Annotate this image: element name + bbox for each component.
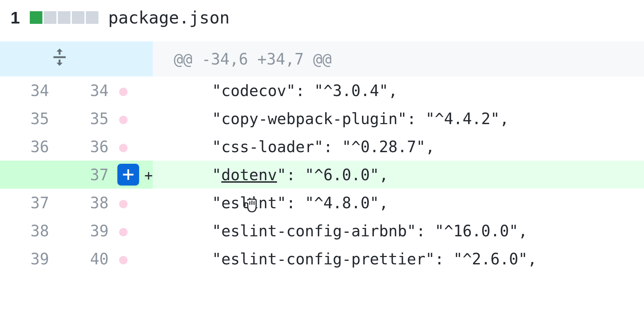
code-content[interactable]: "eslint-config-prettier": "^2.6.0", <box>153 245 644 273</box>
diff-line-context: 34 34 "codecov": "^3.0.4", <box>0 76 644 104</box>
coverage-dot-icon <box>119 256 128 264</box>
file-name[interactable]: package.json <box>108 8 230 27</box>
line-number-old[interactable]: 37 <box>0 189 60 217</box>
line-number-old[interactable]: 35 <box>0 104 60 133</box>
line-number-new[interactable]: 34 <box>60 76 119 104</box>
diff-line-context: 36 36 "css-loader": "^0.28.7", <box>0 133 644 161</box>
diff-line-context: 37 38 "eslint": "^4.8.0", <box>0 189 644 217</box>
diffstat-neutral-block <box>44 11 56 24</box>
code-content[interactable]: "eslint": "^4.8.0", <box>153 189 644 217</box>
coverage-dot-icon <box>119 144 128 152</box>
line-marker <box>119 76 153 104</box>
hunk-header-text: @@ -34,6 +34,7 @@ <box>153 41 644 76</box>
coverage-dot-icon <box>119 200 128 208</box>
line-marker <box>119 217 153 245</box>
coverage-dot-icon <box>119 228 128 236</box>
line-number-old[interactable] <box>0 161 60 189</box>
line-number-new[interactable]: 40 <box>60 245 119 273</box>
diff-line-context: 39 40 "eslint-config-prettier": "^2.6.0"… <box>0 245 644 273</box>
add-comment-button[interactable] <box>117 164 139 185</box>
line-marker: + <box>119 161 153 189</box>
line-number-new[interactable]: 36 <box>60 133 119 161</box>
line-number-new[interactable]: 37 <box>60 161 119 189</box>
line-number-new[interactable]: 39 <box>60 217 119 245</box>
code-content[interactable]: "eslint-config-airbnb": "^16.0.0", <box>153 217 644 245</box>
diffstat-neutral-block <box>72 11 84 24</box>
diffstat-neutral-block <box>58 11 70 24</box>
diffstat-neutral-block <box>86 11 98 24</box>
line-number-old[interactable]: 39 <box>0 245 60 273</box>
file-index: 1 <box>11 8 20 27</box>
diff-line-addition: 37 + "dotenv": "^6.0.0", <box>0 161 644 189</box>
unfold-icon <box>50 47 69 70</box>
line-number-old[interactable]: 36 <box>0 133 60 161</box>
hunk-header-row: @@ -34,6 +34,7 @@ <box>0 41 644 76</box>
line-marker <box>119 133 153 161</box>
expand-hunk[interactable] <box>0 41 119 76</box>
plus-icon <box>121 168 135 182</box>
diffstat[interactable] <box>30 11 98 24</box>
coverage-dot-icon <box>119 116 128 124</box>
line-marker <box>119 104 153 133</box>
file-header: 1 package.json <box>0 0 644 35</box>
diff-line-context: 35 35 "copy-webpack-plugin": "^4.4.2", <box>0 104 644 133</box>
code-content[interactable]: "dotenv": "^6.0.0", <box>153 161 644 189</box>
dependency-link[interactable]: dotenv <box>221 166 277 184</box>
code-content[interactable]: "copy-webpack-plugin": "^4.4.2", <box>153 104 644 133</box>
code-content[interactable]: "css-loader": "^0.28.7", <box>153 133 644 161</box>
diffstat-added-block <box>30 11 42 24</box>
line-number-new[interactable]: 35 <box>60 104 119 133</box>
line-number-new[interactable]: 38 <box>60 189 119 217</box>
code-content[interactable]: "codecov": "^3.0.4", <box>153 76 644 104</box>
line-marker <box>119 245 153 273</box>
diff-table: @@ -34,6 +34,7 @@ 34 34 "codecov": "^3.0… <box>0 41 644 273</box>
line-number-old[interactable]: 38 <box>0 217 60 245</box>
line-number-old[interactable]: 34 <box>0 76 60 104</box>
line-marker <box>119 189 153 217</box>
coverage-dot-icon <box>119 88 128 96</box>
diff-line-context: 38 39 "eslint-config-airbnb": "^16.0.0", <box>0 217 644 245</box>
